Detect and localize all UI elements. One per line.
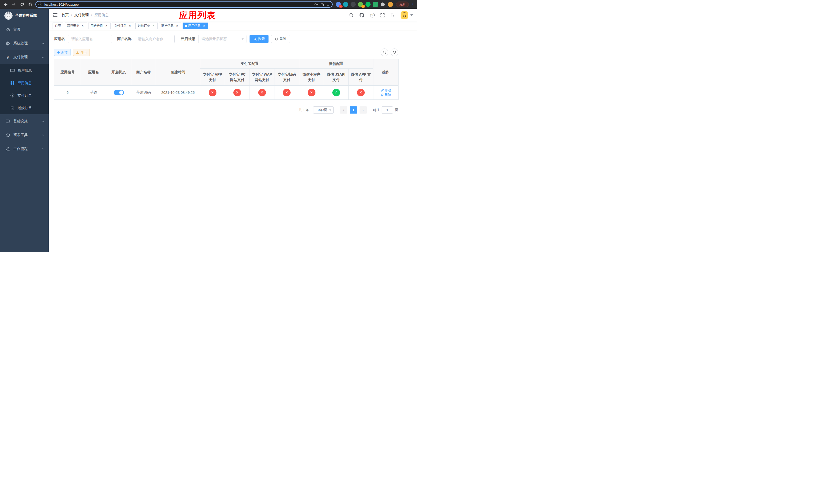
sidebar-item-label: 基础设施 [13, 119, 42, 123]
hamburger-icon[interactable] [49, 13, 62, 18]
column-header: 应用编号 [54, 59, 81, 86]
search-button[interactable]: 搜索 [249, 35, 268, 43]
tabs-bar: 首页流程表单×用户分组×支付订单×退款订单×商户信息×应用信息× [49, 22, 417, 30]
channel-column-header: 支付宝扫码支付 [275, 69, 299, 86]
cell-channel: × [225, 86, 250, 100]
extension-teal-icon[interactable] [343, 2, 348, 7]
add-button[interactable]: 新增 [54, 49, 70, 56]
sidebar-subitem-merchant-info[interactable]: 商户信息 [0, 64, 49, 77]
sidebar-item-devtools[interactable]: 研发工具 [0, 128, 49, 142]
channel-disabled-icon: × [258, 89, 266, 96]
channel-enabled-icon: ✓ [332, 89, 340, 96]
reload-icon[interactable] [19, 1, 25, 7]
merchant-name-input[interactable] [135, 35, 175, 43]
tab-app-info[interactable]: 应用信息× [182, 23, 208, 29]
tab-home[interactable]: 首页 [52, 23, 63, 29]
close-icon[interactable]: × [104, 24, 108, 28]
status-select[interactable]: 请选择开启状态 [198, 35, 246, 43]
tab-refund-order[interactable]: 退款订单× [135, 23, 158, 29]
edit-button[interactable]: 修改 [380, 88, 391, 93]
filter-label-merchant: 商户名称 [117, 37, 132, 41]
user-avatar[interactable] [401, 11, 408, 19]
site-info-icon[interactable]: i [39, 3, 42, 6]
bookmark-star-icon[interactable]: ☆ [326, 2, 331, 7]
page-number-button[interactable]: 1 [350, 107, 357, 114]
breadcrumb-item[interactable]: 首页 [62, 13, 69, 18]
top-navbar: 首页/支付管理/应用信息 应用列表 ? [49, 9, 417, 22]
back-icon[interactable] [3, 1, 9, 7]
breadcrumb-item[interactable]: 支付管理 [74, 13, 89, 18]
extension-avatar-green-icon[interactable]: 1 [358, 2, 363, 7]
sidebar-item-infra[interactable]: 基础设施 [0, 114, 49, 128]
document-icon [10, 106, 15, 110]
extension-chat-square-icon[interactable] [373, 2, 378, 7]
goto-page-input[interactable] [381, 107, 393, 114]
goto-label: 前往 [373, 108, 379, 112]
profile-avatar-icon[interactable] [388, 2, 393, 7]
tab-user-group[interactable]: 用户分组× [88, 23, 111, 29]
close-icon[interactable]: × [81, 24, 85, 28]
sidebar-item-label: 系统管理 [13, 41, 42, 46]
sidebar-submenu: 商户信息应用信息支付订单退款订单 [0, 64, 49, 114]
breadcrumb-item: 应用信息 [94, 13, 109, 18]
reset-button[interactable]: 重置 [271, 35, 290, 43]
sidebar-item-system[interactable]: 系统管理 [0, 37, 49, 50]
address-bar[interactable]: i localhost:1024/pay/app ☆ [36, 1, 333, 8]
status-switch[interactable] [114, 90, 124, 95]
fullscreen-icon[interactable] [380, 13, 385, 18]
share-icon[interactable] [320, 2, 325, 7]
filter-form: 应用名 商户名称 开启状态 请选择开启状态 搜索 重置 [54, 35, 417, 43]
tab-label: 商户信息 [161, 24, 174, 28]
breadcrumb: 首页/支付管理/应用信息 [62, 13, 109, 18]
browser-update-button[interactable]: 更新 [396, 2, 409, 7]
page-size-select[interactable]: 10条/页 [313, 107, 334, 114]
export-button[interactable]: 导出 [73, 49, 90, 56]
close-icon[interactable]: × [202, 24, 206, 28]
github-icon[interactable] [359, 13, 365, 18]
home-icon[interactable] [27, 1, 33, 7]
cell-status [106, 86, 131, 100]
browser-menu-icon[interactable]: ⋮ [411, 2, 414, 7]
breadcrumb-separator: / [91, 13, 92, 17]
extension-dark-icon[interactable] [351, 2, 356, 7]
sidebar-subitem-app-info[interactable]: 应用信息 [0, 77, 49, 89]
forward-icon[interactable] [11, 1, 17, 7]
channel-disabled-icon: × [283, 89, 290, 96]
channel-column-header: 微信 JSAPI 支付 [324, 69, 349, 86]
sidebar-item-label: 研发工具 [13, 133, 42, 137]
extension-wechat-icon[interactable] [366, 2, 371, 7]
sidebar-item-home[interactable]: 首页 [0, 23, 49, 37]
column-header: 商户名称 [131, 59, 156, 86]
close-icon[interactable]: × [175, 24, 179, 28]
chevron-down-icon[interactable] [410, 14, 413, 16]
refresh-table-button[interactable] [391, 48, 398, 56]
search-icon[interactable] [349, 13, 354, 18]
close-icon[interactable]: × [152, 24, 155, 28]
select-placeholder: 请选择开启状态 [202, 37, 227, 41]
tab-flow-form[interactable]: 流程表单× [65, 23, 87, 29]
password-key-icon[interactable] [314, 2, 319, 7]
toggle-search-button[interactable] [380, 48, 388, 56]
sidebar-item-payment[interactable]: ¥支付管理 [0, 50, 49, 64]
tab-pay-order[interactable]: 支付订单× [112, 23, 134, 29]
font-size-icon[interactable] [390, 13, 395, 18]
cell-channel: × [275, 86, 299, 100]
app-name-input[interactable] [68, 35, 112, 43]
sidebar-subitem-pay-order[interactable]: 支付订单 [0, 89, 49, 102]
sidebar-subitem-refund-order[interactable]: 退款订单 [0, 102, 49, 114]
chevron-down-icon [242, 39, 244, 40]
delete-button[interactable]: 删除 [380, 93, 391, 97]
alipay-group-header: 支付宝配置 [200, 59, 299, 69]
prev-page-button[interactable]: ‹ [340, 107, 347, 114]
tab-label: 流程表单 [67, 24, 79, 28]
help-icon[interactable]: ? [370, 13, 375, 18]
app-title: 芋道管理系统 [15, 13, 37, 18]
extension-grid-icon[interactable]: 10 [336, 2, 341, 7]
close-icon[interactable]: × [128, 24, 132, 28]
tab-merchant-info[interactable]: 商户信息× [159, 23, 181, 29]
next-page-button[interactable]: › [359, 107, 367, 114]
filter-label-status: 开启状态 [181, 37, 195, 41]
extensions-puzzle-icon[interactable] [380, 2, 386, 7]
grid-icon [10, 81, 15, 85]
sidebar-item-workflow[interactable]: 工作流程 [0, 142, 49, 156]
